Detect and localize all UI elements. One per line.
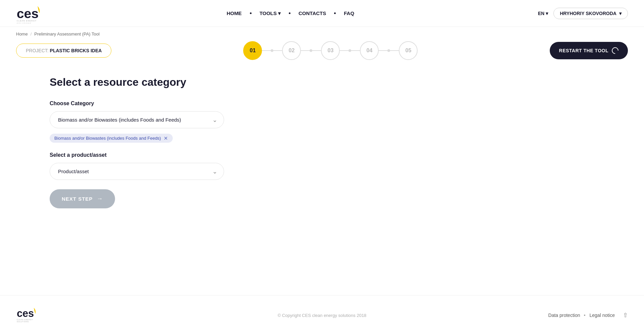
- category-field-section: Choose Category Biomass and/or Biowastes…: [50, 100, 224, 143]
- chevron-down-icon: ▾: [619, 11, 622, 16]
- svg-text:CLEAN ENERGY: CLEAN ENERGY: [17, 19, 37, 22]
- footer-links: Data protection Legal notice ⇧: [548, 312, 628, 319]
- step-5: 05: [399, 41, 418, 60]
- step-connector-1: [262, 50, 282, 51]
- product-field-section: Select a product/asset Product/asset ⌄: [50, 152, 224, 180]
- product-select-wrapper: Product/asset ⌄: [50, 163, 224, 180]
- logo-icon: ces CLEAN ENERGY SOLUTIONS: [16, 3, 43, 23]
- language-button[interactable]: EN ▾: [538, 11, 548, 16]
- footer-legal-notice[interactable]: Legal notice: [589, 313, 615, 318]
- arrow-right-icon: →: [97, 195, 103, 202]
- footer-data-protection[interactable]: Data protection: [548, 313, 580, 318]
- nav-faq[interactable]: FAQ: [338, 10, 360, 16]
- next-step-button[interactable]: NEXT STEP →: [50, 189, 115, 208]
- project-badge: PROJECT: PLASTIC BRICKS IDEA: [16, 44, 111, 58]
- svg-text:SOLUTIONS: SOLUTIONS: [17, 22, 32, 23]
- main-content: PROJECT: PLASTIC BRICKS IDEA 01 02 03 04…: [0, 41, 644, 208]
- next-step-label: NEXT STEP: [62, 196, 93, 202]
- svg-text:SOLUTIONS: SOLUTIONS: [17, 321, 29, 323]
- step-connector-3: [340, 50, 360, 51]
- nav-tools[interactable]: TOOLS ▾: [254, 10, 286, 16]
- step-3: 03: [321, 41, 340, 60]
- scroll-to-top-button[interactable]: ⇧: [623, 312, 628, 319]
- step-2: 02: [282, 41, 301, 60]
- product-select[interactable]: Product/asset: [50, 163, 224, 180]
- footer-dot: [584, 315, 585, 316]
- breadcrumb-home[interactable]: Home: [16, 31, 28, 37]
- footer-logo-icon: ces CLEAN ENERGY SOLUTIONS: [16, 306, 40, 323]
- svg-text:CLEAN ENERGY: CLEAN ENERGY: [17, 319, 33, 321]
- header: ces CLEAN ENERGY SOLUTIONS HOME TOOLS ▾ …: [0, 0, 644, 27]
- nav-dot-1: [250, 12, 252, 14]
- project-name: PLASTIC BRICKS IDEA: [50, 48, 102, 53]
- breadcrumb-separator: /: [31, 31, 32, 37]
- product-label: Select a product/asset: [50, 152, 224, 158]
- tag-label: Biomass and/or Biowastes (includes Foods…: [54, 136, 161, 141]
- chevron-down-icon: ▾: [278, 10, 281, 16]
- chevron-down-icon: ▾: [546, 11, 548, 16]
- steps-indicator: 01 02 03 04 05: [122, 41, 539, 60]
- svg-text:ces: ces: [17, 308, 34, 319]
- nav-dot-2: [289, 12, 290, 14]
- section-title: Select a resource category: [50, 76, 224, 88]
- nav-contacts[interactable]: CONTACTS: [293, 10, 331, 16]
- breadcrumb-current: Preliminary Assessment (PA) Tool: [34, 31, 100, 37]
- category-tag: Biomass and/or Biowastes (includes Foods…: [50, 134, 173, 143]
- footer-copyright: © Copyright CES clean energy solutions 2…: [278, 313, 367, 318]
- step-connector-2: [301, 50, 321, 51]
- step-connector-4: [379, 50, 399, 51]
- breadcrumb: Home / Preliminary Assessment (PA) Tool: [0, 27, 644, 41]
- user-menu-button[interactable]: HRYHORIY SKOVORODA ▾: [553, 8, 628, 19]
- category-tag-list: Biomass and/or Biowastes (includes Foods…: [50, 134, 224, 143]
- header-right: EN ▾ HRYHORIY SKOVORODA ▾: [538, 8, 628, 19]
- logo: ces CLEAN ENERGY SOLUTIONS: [16, 3, 43, 23]
- restart-icon: [610, 46, 620, 55]
- project-label: PROJECT:: [26, 48, 49, 53]
- footer-logo: ces CLEAN ENERGY SOLUTIONS: [16, 306, 40, 324]
- main-nav: HOME TOOLS ▾ CONTACTS FAQ: [221, 10, 360, 16]
- category-select[interactable]: Biomass and/or Biowastes (includes Foods…: [50, 111, 224, 128]
- nav-dot-3: [334, 12, 336, 14]
- category-label: Choose Category: [50, 100, 224, 107]
- step-4: 04: [360, 41, 379, 60]
- tool-bar: PROJECT: PLASTIC BRICKS IDEA 01 02 03 04…: [16, 41, 628, 60]
- footer: ces CLEAN ENERGY SOLUTIONS © Copyright C…: [0, 295, 644, 335]
- category-select-wrapper: Biomass and/or Biowastes (includes Foods…: [50, 111, 224, 128]
- svg-text:ces: ces: [17, 6, 39, 20]
- step-1: 01: [243, 41, 262, 60]
- tag-remove-button[interactable]: ✕: [164, 136, 168, 141]
- nav-home[interactable]: HOME: [221, 10, 247, 16]
- form-area: Select a resource category Choose Catego…: [50, 76, 224, 208]
- restart-button[interactable]: RESTART THE TOOL: [550, 42, 628, 59]
